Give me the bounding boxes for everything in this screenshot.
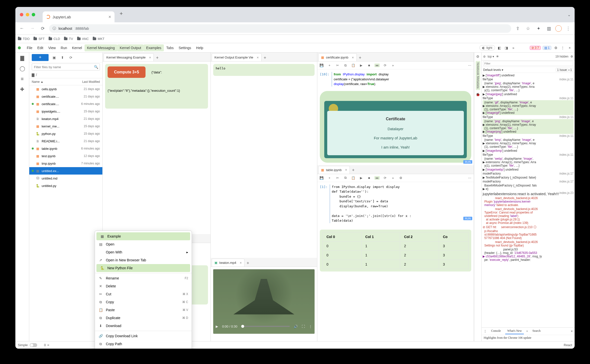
menu-settings[interactable]: Settings [176,44,194,51]
compute-button[interactable]: Compute 3+5 [108,66,146,78]
paste-icon[interactable]: 📋 [351,176,356,180]
col-modified[interactable]: Last Modified [82,80,100,84]
video-player[interactable]: ▶ 0:00 / 0:30 🔊 ⛶ ⋮ [213,269,315,334]
simple-toggle[interactable] [30,343,37,347]
share-icon[interactable]: ⇪ [514,25,522,32]
file-row[interactable]: 🐍python.py15 days ago [29,130,102,137]
file-row[interactable]: ▦test.ipynb12 days ago [29,152,102,160]
upload-icon[interactable]: ⬆ [59,55,65,61]
file-row[interactable]: ▦ipywidgets....15 days ago [29,108,102,115]
ctx-example[interactable]: ▦Example [96,232,190,240]
devtools-tab-search[interactable]: Search [531,328,543,334]
file-row[interactable]: ▦certificate....6 minutes ago [29,100,102,108]
code-cell[interactable]: from IPython.display import display cert… [331,72,389,87]
gear-icon[interactable]: ⚙ [476,55,479,59]
tab-kernel-messaging[interactable]: Kernel Messaging Example × [104,53,154,61]
console-entry[interactable]: index.js:11fileType [483,96,574,100]
extension-icon[interactable]: ✚ [19,86,26,93]
source-link[interactable]: index.js:11 [560,96,574,100]
close-icon[interactable]: × [257,56,259,60]
console-entry[interactable]: index.js:11fileType [483,115,574,119]
console-entry[interactable]: ▶ TextModelFactory {_isDisposed: false} [483,176,574,180]
panel-right-icon[interactable]: ◨ [504,45,509,50]
running-icon[interactable]: ◯ [19,65,26,72]
kebab-icon[interactable]: ⋮ [309,325,312,328]
more-icon[interactable]: ⋯ [467,63,472,67]
close-icon[interactable]: × [571,330,573,333]
devtools-tab-whatsnew[interactable]: What's New [505,328,524,334]
window-min-dot[interactable] [26,13,29,16]
bookmark-item[interactable]: TV [64,37,73,41]
console-entry[interactable]: react_devtools_backend.js:4026 TypeError… [483,207,574,225]
col-name[interactable]: Name [32,80,40,84]
breadcrumb[interactable]: ▇ / [29,71,102,78]
panel-left-icon[interactable]: ◧ [497,45,502,50]
terminal-icon[interactable]: ⌗ [47,343,49,347]
file-row[interactable]: 🗎README.i...21 days ago [29,137,102,145]
source-link[interactable]: index.js:11 [560,115,574,119]
file-row[interactable]: Ⓜuntitled.md [29,175,102,182]
stop-icon[interactable]: ■ [366,176,372,180]
console-entry[interactable]: ▶ ['image/tiff'] undefined [483,73,574,77]
add-cell-icon[interactable]: + [327,63,332,67]
restart-run-all-icon[interactable]: ⏭ [374,176,380,180]
file-row[interactable]: ▦kernel_me...15 days ago [29,122,102,130]
ctx-delete[interactable]: ✕Delete [95,282,192,290]
ctx-duplicate[interactable]: ⧉Duplicate⌘ D [95,314,192,322]
file-row[interactable]: ▦untitled.ex... [29,167,102,175]
extensions-icon[interactable]: ✦ [534,25,542,32]
save-icon[interactable]: 💾 [319,63,324,67]
console-errors-badge[interactable]: ⊘ 3 7 [530,46,541,50]
run-badge[interactable]: RUN [463,160,472,164]
restart-icon[interactable]: ⟳ [382,176,388,180]
run-icon[interactable]: ▶ [358,176,364,180]
forward-button[interactable]: → [28,25,36,32]
ctx-copy-shareable-link[interactable]: 🔗Copy Shareable Link [95,348,192,349]
url-input[interactable]: ⓘ localhost:8888/lab [49,24,511,33]
play-icon[interactable]: ▶ [216,325,218,328]
more-icon[interactable]: ⋯ [467,176,472,180]
file-row[interactable]: ▦tmp.ipynb7 minutes ago [29,160,102,167]
folder-icon[interactable]: ▇ [19,55,26,61]
run-badge[interactable]: RUN [463,217,472,220]
hidden-count[interactable]: 19 hidden [555,55,568,58]
source-link[interactable]: index.js:17 [560,172,574,175]
menu-examples[interactable]: Examples [144,44,164,51]
add-tab-button[interactable]: + [244,260,251,267]
console-entry[interactable]: {name: 'bmp', displayName: 'Image', e ▶ … [483,138,574,149]
tab-table-nb[interactable]: ▦ table.ipynb × [318,166,350,174]
ctx-open-in-new-browser-tab[interactable]: ↗Open in New Browser Tab [95,256,192,264]
add-cell-icon[interactable]: + [327,176,332,180]
ctx-new-python-file[interactable]: 🐍New Python File [96,264,190,272]
back-button[interactable]: ← [18,25,26,32]
save-icon[interactable]: 💾 [319,176,324,180]
kebab-icon[interactable]: ⋮ [484,330,487,333]
theme-pill[interactable]: ◐ light [479,45,495,50]
console-entry[interactable]: ⊘ GET htt serverconnection.js:210 ⓘ p://… [483,225,574,240]
menu-help[interactable]: Help [194,44,206,51]
add-tab-button[interactable]: + [350,167,357,174]
console-entry[interactable]: ▶ ['image/jpeg'] undefined [483,92,574,96]
file-row[interactable]: 🐍untitled.py [29,182,102,189]
close-icon[interactable]: × [345,168,347,172]
ctx-open-with[interactable]: Open With▸ [95,248,192,256]
site-info-icon[interactable]: ⓘ [53,26,56,31]
ctx-paste[interactable]: 📋Paste⌘ V [95,306,192,314]
gear-icon[interactable]: ⚙ [570,55,573,58]
ctx-download[interactable]: ⬇Download [95,322,192,330]
cut-icon[interactable]: ✂ [335,63,340,67]
bookmark-item[interactable]: CLD [49,37,60,41]
new-tab-button[interactable]: + [117,10,125,19]
console-entry[interactable]: index.js:11fileType [483,134,574,138]
ctx-copy[interactable]: ⧉Copy⌘ C [95,298,192,306]
seek-bar[interactable] [241,326,290,327]
top-context[interactable]: top ▾ [488,55,494,58]
ctx-copy-download-link[interactable]: 🔗Copy Download Link [95,332,192,340]
console-entry[interactable]: react_devtools_backend.js:4026 Settings … [483,240,574,247]
source-link[interactable]: index.js:11 [560,153,574,156]
close-icon[interactable]: × [352,56,354,60]
chevron-down-icon[interactable]: ⌄ [567,12,571,17]
toc-icon[interactable]: ≡ [19,75,26,82]
add-tab-button[interactable]: + [262,54,268,61]
console-entry[interactable]: Base64ModelFactory {_isDisposed: fals ▶ … [483,183,574,191]
